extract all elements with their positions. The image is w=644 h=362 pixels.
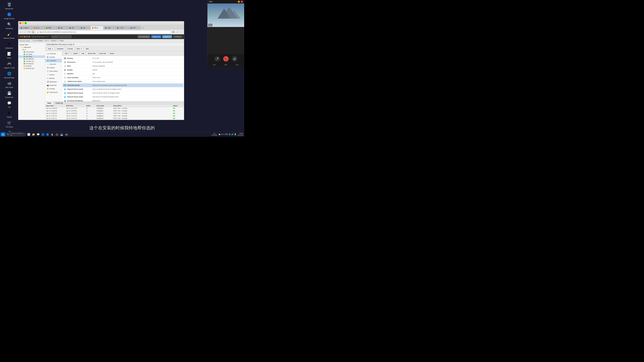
home-button[interactable]: 🏠	[31, 30, 35, 34]
nav-permissions[interactable]: 🔐 Permissions	[45, 90, 62, 94]
nav-summary[interactable]: 📊 Summary	[45, 52, 62, 55]
browser-tab-1[interactable]: 山东鑫山... ×	[19, 26, 32, 30]
documentation-button[interactable]: Documentation	[138, 35, 150, 38]
create-ct-button[interactable]: Create CT	[162, 35, 172, 38]
nav-backup[interactable]: 💿 Backup	[45, 76, 62, 80]
menu-button[interactable]: ⋮	[180, 30, 183, 34]
video-minimize-button[interactable]	[238, 1, 240, 3]
nav-snapshots[interactable]: 📸 Snapshots	[45, 83, 62, 87]
bookmark-bilingual[interactable]: 中英版...	[59, 40, 65, 42]
clock[interactable]: 15:27 4/21/2022	[238, 133, 244, 136]
desktop-icon-logitech[interactable]: 🎮 Logitech G HUB	[2, 60, 16, 69]
mute-button[interactable]: 🎤	[214, 56, 220, 61]
hw-harddisk-row[interactable]: 💾 Hard Disk (scsi0) local-lvm:vm-102-dis…	[62, 83, 183, 87]
bookmark-button[interactable]: ☆	[176, 30, 179, 34]
hw-bios-row[interactable]: 📋 BIOS Default (SeaBIOS)	[62, 64, 183, 68]
tab-close-4[interactable]: ×	[64, 27, 66, 29]
forward-button[interactable]: ›	[23, 30, 27, 34]
detach-button[interactable]: Detach	[72, 52, 80, 55]
task-row-4[interactable]: Apr 21 14:57:21 Apr 21 14:57:22 tz root@…	[45, 117, 184, 120]
start-button[interactable]: ⊞	[1, 132, 5, 136]
new-tab-button[interactable]: +	[141, 26, 145, 30]
task-row-1[interactable]: Apr 21 14:58:35 Apr 21 15:00:01 tz root@…	[45, 110, 184, 112]
tree-vm-103[interactable]: 103 (dk518)	[18, 58, 45, 60]
desktop-icon-notion[interactable]: 📝 Notion	[2, 50, 16, 60]
move-disk-button[interactable]: Move disk	[98, 52, 108, 55]
taskbar-task-view[interactable]: ⬜	[26, 132, 31, 137]
tree-local[interactable]: local (tz)	[18, 65, 45, 67]
browser-tab-active[interactable]: 图bed... ×	[90, 26, 104, 30]
address-bar[interactable]: 🔒 https://192.168.31.153:8006/#v1=0:qemu…	[36, 30, 171, 34]
nav-monitor[interactable]: 📈 Monitor	[45, 73, 62, 76]
volume-icon[interactable]: 🔊	[231, 133, 234, 135]
taskbar-chrome[interactable]: 🔵	[45, 132, 50, 137]
nav-task-history[interactable]: 📋 Task History	[45, 69, 62, 73]
browser-tab-2[interactable]: Prox... ×	[32, 26, 44, 30]
taskbar-explorer[interactable]: 📁	[31, 132, 36, 137]
taskbar-terminal[interactable]: 💻	[59, 132, 64, 137]
bookmark-account[interactable]: 我的账户	[51, 40, 57, 42]
taskbar-vscode[interactable]: 💼	[55, 132, 59, 137]
tab-close-9[interactable]: ×	[138, 27, 139, 29]
proxmox-search[interactable]	[51, 35, 72, 38]
tab-close-1[interactable]: ×	[31, 27, 32, 29]
browser-close-button[interactable]	[19, 22, 21, 24]
hw-memory-row[interactable]: 💾 Memory 52.73 GB	[62, 56, 183, 60]
desktop-icon-edge[interactable]: 🌐 Microsoft Edge	[2, 70, 16, 79]
desktop-icon-todesk[interactable]: 🖧 ToDesk	[2, 109, 16, 119]
task-row-0[interactable]: Apr 21 15:00:09 Apr 21 15:27:09 tz root@…	[45, 107, 184, 110]
tab-close-2[interactable]: ×	[41, 27, 43, 29]
cluster-log-tab[interactable]: Cluster log	[54, 102, 65, 104]
start-button[interactable]: Start	[46, 47, 55, 50]
desktop-icon-chrome[interactable]: 🔵 Google Chrome	[2, 11, 16, 20]
network-icon[interactable]: 🌐	[228, 133, 231, 135]
console-button[interactable]: Console	[66, 47, 74, 50]
hw-net1-row[interactable]: 🌐 Network Device (net1) virtio=4A:6D:EA:…	[62, 91, 183, 95]
browser-tab-5[interactable]: 5盘... ×	[68, 26, 79, 30]
user-button[interactable]: root@pam	[173, 35, 183, 38]
nav-firewall[interactable]: 🔥 Firewall	[45, 87, 62, 90]
hw-pci0-row[interactable]: 🔌 PCI Device (hostpci0) 0000:81:00	[62, 99, 183, 101]
tree-node-tz[interactable]: 🖥 tz	[18, 48, 45, 51]
desktop-icon-work-apps[interactable]: 🛒 千牛工作台	[2, 119, 16, 129]
revert-button[interactable]: Revert	[108, 52, 116, 55]
tree-vm-102[interactable]: 102 (zwy)	[18, 55, 45, 58]
tree-datacenter[interactable]: 📁 Datacenter	[18, 46, 45, 48]
hw-display-row[interactable]: 🖥 Display Default	[62, 68, 183, 72]
hw-scsi-row[interactable]: 💿 SCSI Controller VirtIO SCSI	[62, 76, 183, 80]
speaker-button[interactable]: 🔊	[232, 56, 237, 61]
nav-cloud-init[interactable]: ☁️ Cloud-Init	[45, 62, 62, 66]
end-call-button[interactable]: 📞	[223, 56, 228, 61]
browser-tab-4[interactable]: 5盘... ×	[56, 26, 68, 30]
refresh-button[interactable]: ↻	[27, 30, 31, 34]
help-button[interactable]: Help	[84, 47, 90, 50]
tree-local-lvm[interactable]: local-lvm (tz)	[18, 67, 45, 69]
tab-close-5[interactable]: ×	[76, 27, 78, 29]
bookmark-proxmox[interactable]: Proxmox Virtual...	[19, 40, 31, 42]
edit-button[interactable]: Edit	[80, 52, 86, 55]
extensions-button[interactable]: ⚙️	[172, 30, 175, 34]
add-button[interactable]: Add	[63, 52, 71, 55]
hw-net2-row[interactable]: 🌐 Network Device (net2) virtio=E2:5A:F0:…	[62, 95, 183, 99]
browser-tab-8[interactable]: 一站式... ×	[116, 26, 129, 30]
taskbar-wechat[interactable]: 💬	[36, 132, 40, 137]
tab-close-8[interactable]: ×	[126, 27, 128, 29]
browser-tab-7[interactable]: 兑换... ×	[104, 26, 116, 30]
tree-vm-100[interactable]: 100 (centos)	[18, 51, 45, 53]
nav-hardware[interactable]: ⚙️ Hardware	[45, 59, 62, 62]
desktop-icon-everything[interactable]: 🔍 Everything	[2, 21, 16, 30]
shutdown-button[interactable]: Shutdown	[55, 47, 65, 50]
hw-machine-row[interactable]: 🔧 Machine q35	[62, 72, 183, 76]
nav-replication[interactable]: 🔄 Replication	[45, 80, 62, 83]
hw-net0-row[interactable]: 🌐 Network Device (net0) virtio=4A:6B:60:…	[62, 87, 183, 91]
task-row-3[interactable]: Apr 21 14:57:23 Apr 21 14:57:27 tz root@…	[45, 115, 184, 117]
taskbar-obs[interactable]: 📹	[64, 132, 68, 137]
browser-minimize-button[interactable]	[22, 22, 24, 24]
browser-tab-9[interactable]: 有些... ×	[129, 26, 141, 30]
nav-console[interactable]: 🖥 Console	[45, 55, 62, 59]
hw-processors-row[interactable]: ⚙️ Processors 72 (2 sockets, 36 cores) […	[62, 60, 183, 64]
desktop-icon-recycle-bin[interactable]: 🗑️ Recycle Bin	[2, 1, 16, 10]
bookmark-home[interactable]: 首页·下	[44, 40, 50, 42]
tree-vm-105[interactable]: 105 (ikuai2)	[18, 62, 45, 65]
battery-icon[interactable]: 🔋	[234, 133, 236, 135]
